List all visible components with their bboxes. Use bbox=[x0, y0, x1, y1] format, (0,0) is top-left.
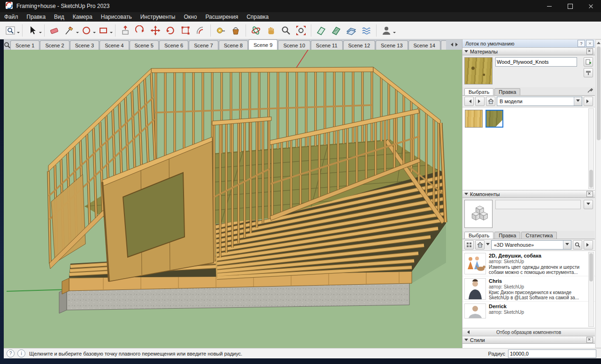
scale-tool-button[interactable] bbox=[178, 23, 193, 38]
scene-tab-10[interactable]: Scene 10 bbox=[278, 40, 310, 50]
scene-tab-4[interactable]: Scene 4 bbox=[100, 40, 129, 50]
materials-section-header[interactable]: Материалы bbox=[462, 47, 595, 55]
components-footer-bar[interactable]: Отбор образцов компонентов bbox=[462, 328, 595, 336]
account-caret[interactable] bbox=[393, 32, 396, 35]
material-swatch-straw[interactable] bbox=[465, 110, 483, 128]
help-status-button[interactable]: ? bbox=[7, 349, 15, 357]
scene-tab-12[interactable]: Scene 12 bbox=[343, 40, 375, 50]
maximize-button[interactable] bbox=[560, 0, 580, 12]
rectangle-caret[interactable] bbox=[110, 32, 113, 35]
account-button[interactable] bbox=[379, 23, 393, 38]
scene-tab-9-active[interactable]: Scene 9 bbox=[248, 39, 277, 50]
scene-tab-7[interactable]: Scene 7 bbox=[189, 40, 218, 50]
rectangle-tool-button[interactable] bbox=[96, 23, 110, 38]
component-list-item[interactable]: 2D, Девушки, собака автор: SketchUp Изме… bbox=[462, 251, 595, 276]
components-search-button[interactable] bbox=[573, 240, 582, 250]
push-pull-tool-button[interactable] bbox=[118, 23, 132, 38]
minimize-button[interactable] bbox=[539, 0, 560, 12]
tray-scrollbar[interactable] bbox=[595, 39, 601, 348]
scene-tab-8[interactable]: Scene 8 bbox=[219, 40, 248, 50]
menu-extensions[interactable]: Расширения bbox=[201, 13, 242, 21]
tape-measure-tool-button[interactable] bbox=[214, 23, 228, 38]
pencil-caret[interactable] bbox=[76, 32, 79, 35]
zoom-tool-button[interactable] bbox=[279, 23, 293, 38]
materials-collection-dropdown[interactable]: В модели bbox=[497, 97, 582, 106]
components-section-header[interactable]: Компоненты bbox=[462, 190, 595, 198]
menu-help[interactable]: Справка bbox=[242, 13, 273, 21]
zoom-extents-tool-button[interactable] bbox=[294, 23, 308, 38]
info-status-button[interactable]: i bbox=[17, 349, 25, 357]
menu-file[interactable]: Файл bbox=[0, 13, 23, 21]
components-tab-select[interactable]: Выбрать bbox=[464, 232, 493, 239]
component-list-item[interactable]: Chris автор: SketchUp Крис Дизон присоед… bbox=[462, 276, 595, 302]
menu-draw[interactable]: Нарисовать bbox=[97, 13, 136, 21]
components-scrollbar[interactable] bbox=[588, 252, 594, 327]
scene-tab-13[interactable]: Scene 13 bbox=[376, 40, 408, 50]
menu-window[interactable]: Окно bbox=[179, 13, 201, 21]
tray-scroll-thumb[interactable] bbox=[597, 46, 601, 140]
materials-back-button[interactable] bbox=[464, 97, 474, 106]
follow-me-tool-button[interactable] bbox=[133, 23, 147, 38]
menu-camera[interactable]: Камера bbox=[69, 13, 97, 21]
select-tool-button[interactable] bbox=[25, 23, 39, 38]
styles-close-button[interactable] bbox=[586, 337, 593, 343]
scene-search-button[interactable] bbox=[4, 40, 10, 50]
menu-view[interactable]: Вид bbox=[50, 13, 69, 21]
paint-bucket-tool-button[interactable] bbox=[229, 23, 243, 38]
styles-section-header[interactable]: Стили bbox=[462, 336, 595, 344]
scene-tab-2[interactable]: Scene 2 bbox=[40, 40, 69, 50]
eraser-tool-button[interactable] bbox=[47, 23, 62, 38]
section-display-tool-button[interactable] bbox=[344, 23, 358, 38]
components-close-button[interactable] bbox=[586, 191, 593, 197]
eyedropper-button[interactable] bbox=[587, 87, 593, 95]
scene-tab-3[interactable]: Scene 3 bbox=[70, 40, 99, 50]
create-material-button[interactable] bbox=[584, 57, 593, 67]
components-in-model-button[interactable] bbox=[475, 240, 485, 250]
scene-tab-6[interactable]: Scene 6 bbox=[159, 40, 188, 50]
materials-tab-edit[interactable]: Правка bbox=[494, 88, 520, 95]
materials-scroll-thumb[interactable] bbox=[589, 170, 593, 188]
section-fill-tool-button[interactable] bbox=[329, 23, 343, 38]
pan-tool-button[interactable] bbox=[264, 23, 278, 38]
tray-title-bar[interactable]: Лоток по умолчанию ? bbox=[462, 39, 595, 47]
materials-detail-button[interactable] bbox=[584, 97, 593, 106]
scene-tabs-scroll-left-button[interactable] bbox=[447, 41, 454, 48]
tray-close-button[interactable] bbox=[586, 40, 593, 47]
material-name-input[interactable] bbox=[495, 57, 577, 67]
circle-caret[interactable] bbox=[93, 32, 96, 35]
pencil-tool-button[interactable] bbox=[62, 23, 77, 38]
move-tool-button[interactable] bbox=[148, 23, 162, 38]
select-caret[interactable] bbox=[39, 32, 42, 35]
material-preview-thumbnail[interactable] bbox=[464, 57, 493, 84]
view-options-button[interactable] bbox=[464, 240, 474, 250]
zoom-tools-caret[interactable] bbox=[17, 32, 20, 35]
home-dropdown-icon[interactable] bbox=[486, 243, 490, 247]
zoom-tools-button[interactable] bbox=[3, 23, 17, 38]
scene-tab-1[interactable]: Scene 1 bbox=[10, 40, 39, 50]
scene-tab-11[interactable]: Scene 11 bbox=[311, 40, 343, 50]
tray-help-button[interactable]: ? bbox=[578, 40, 585, 47]
menu-edit[interactable]: Правка bbox=[23, 13, 50, 21]
scene-tabs-scroll-right-button[interactable] bbox=[454, 41, 461, 48]
materials-forward-button[interactable] bbox=[475, 97, 485, 106]
materials-tab-select[interactable]: Выбрать bbox=[464, 88, 493, 95]
component-preview-thumbnail[interactable] bbox=[464, 200, 493, 228]
components-tab-edit[interactable]: Правка bbox=[494, 232, 520, 239]
menu-tools[interactable]: Инструменты bbox=[136, 13, 180, 21]
paint-roller-button[interactable] bbox=[584, 68, 593, 77]
orbit-tool-button[interactable] bbox=[249, 23, 263, 38]
materials-scrollbar[interactable] bbox=[588, 108, 594, 189]
modeling-viewport[interactable] bbox=[4, 50, 462, 348]
components-detail-arrow-button[interactable] bbox=[584, 240, 593, 250]
components-detail-button[interactable] bbox=[584, 200, 593, 209]
offset-tool-button[interactable] bbox=[193, 23, 208, 38]
components-tab-statistics[interactable]: Статистика bbox=[521, 232, 557, 239]
section-plane-tool-button[interactable] bbox=[314, 23, 328, 38]
rotate-tool-button[interactable] bbox=[163, 23, 177, 38]
materials-in-model-button[interactable] bbox=[486, 97, 495, 106]
close-button[interactable] bbox=[580, 0, 601, 12]
radius-input[interactable] bbox=[508, 349, 596, 358]
materials-close-button[interactable] bbox=[586, 48, 593, 54]
fog-tool-button[interactable] bbox=[359, 23, 373, 38]
scene-tab-5[interactable]: Scene 5 bbox=[130, 40, 159, 50]
